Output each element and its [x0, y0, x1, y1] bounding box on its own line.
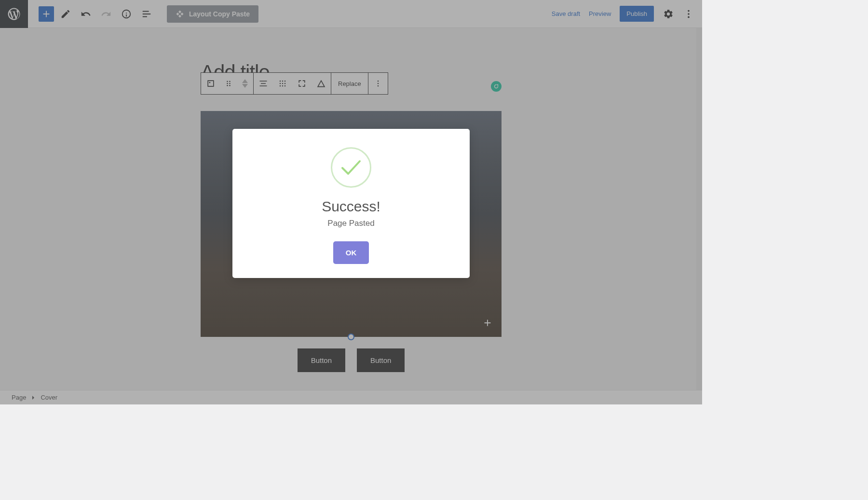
success-check-icon: [331, 147, 371, 188]
success-modal: Success! Page Pasted OK: [232, 129, 470, 278]
modal-title: Success!: [242, 198, 460, 215]
modal-overlay: Success! Page Pasted OK: [0, 0, 702, 404]
modal-message: Page Pasted: [242, 219, 460, 228]
modal-ok-button[interactable]: OK: [334, 242, 369, 264]
